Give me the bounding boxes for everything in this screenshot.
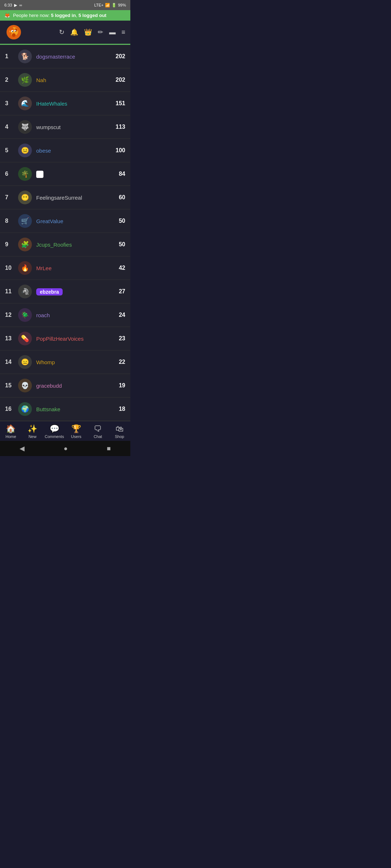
avatar: 🦓 (18, 285, 32, 298)
nav-item-users[interactable]: 🏆Users (67, 424, 85, 439)
rank-number: 8 (5, 218, 14, 224)
table-row[interactable]: 4🐺wumpscut113 (0, 115, 130, 139)
avatar: 🐺 (18, 120, 32, 134)
status-youtube-icon: ▶ (14, 3, 17, 8)
rank-number: 16 (5, 406, 14, 412)
table-row[interactable]: 11🦓ebzebra27 (0, 280, 130, 303)
rank-number: 12 (5, 312, 14, 318)
bell-icon[interactable]: 🔔 (70, 28, 78, 36)
username[interactable]: Whomp (36, 359, 104, 365)
table-row[interactable]: 7😶FeelingsareSurreal60 (0, 186, 130, 209)
rank-number: 6 (5, 171, 14, 177)
rank-number: 11 (5, 288, 14, 295)
score: 24 (108, 312, 125, 318)
svg-point-4 (12, 33, 16, 37)
rank-number: 14 (5, 359, 14, 365)
status-left: 6:33 ▶ ∞ (4, 3, 22, 8)
table-row[interactable]: 2🌿Nah202 (0, 68, 130, 92)
nav-item-shop[interactable]: 🛍Shop (110, 424, 129, 439)
rank-number: 4 (5, 124, 14, 130)
table-row[interactable]: 16🌍Buttsnake18 (0, 397, 130, 421)
username[interactable] (36, 171, 104, 177)
home-button[interactable]: ● (64, 445, 68, 452)
avatar: 🛒 (18, 214, 32, 228)
nav-label: Shop (115, 434, 124, 439)
score: 19 (108, 382, 125, 389)
score: 60 (108, 194, 125, 201)
avatar: 😑 (18, 355, 32, 369)
home-icon: 🏠 (6, 424, 16, 434)
table-row[interactable]: 13💊PopPillzHearVoices23 (0, 327, 130, 350)
new-icon: ✨ (28, 424, 37, 434)
avatar: 🔥 (18, 261, 32, 275)
username[interactable]: obese (36, 148, 104, 154)
username[interactable]: gracebudd (36, 383, 104, 389)
score: 42 (108, 265, 125, 271)
score: 50 (108, 241, 125, 248)
nav-item-home[interactable]: 🏠Home (1, 424, 20, 439)
avatar: 😐 (18, 144, 32, 157)
table-row[interactable]: 3🌊IHateWhales151 (0, 92, 130, 115)
nav-label: Users (71, 434, 81, 439)
score: 202 (108, 77, 125, 83)
screen-icon[interactable]: ▬ (109, 29, 115, 36)
table-row[interactable]: 5😐obese100 (0, 139, 130, 162)
status-bar: 6:33 ▶ ∞ LTE+ 📶 🔋 99% (0, 0, 130, 10)
username[interactable]: ebzebra (36, 289, 104, 295)
recents-button[interactable]: ■ (107, 445, 111, 452)
username[interactable]: FeelingsareSurreal (36, 195, 104, 201)
nav-item-new[interactable]: ✨New (23, 424, 42, 439)
shop-icon: 🛍 (115, 424, 123, 434)
score: 23 (108, 335, 125, 342)
table-row[interactable]: 6🌴84 (0, 162, 130, 186)
table-row[interactable]: 9🧩Jcups_Roofies50 (0, 233, 130, 256)
crown-icon[interactable]: 👑 (84, 28, 92, 36)
username[interactable]: IHateWhales (36, 101, 104, 107)
people-banner: 🦊 People here now: 5 logged in, 5 logged… (0, 10, 130, 21)
avatar: 🐕 (18, 50, 32, 63)
table-row[interactable]: 8🛒GreatValue50 (0, 209, 130, 233)
username[interactable]: wumpscut (36, 124, 104, 130)
pen-icon[interactable]: ✏ (98, 28, 103, 36)
username[interactable]: dogsmasterrace (36, 54, 104, 60)
score: 18 (108, 406, 125, 412)
header-icons: ↻ 🔔 👑 ✏ ▬ ≡ (59, 28, 125, 36)
nav-label: Home (5, 434, 16, 439)
username[interactable]: Buttsnake (36, 406, 104, 412)
refresh-icon[interactable]: ↻ (59, 28, 64, 36)
avatar: 🌊 (18, 97, 32, 110)
nav-item-chat[interactable]: 🗨Chat (88, 424, 107, 439)
score: 50 (108, 218, 125, 224)
rank-number: 5 (5, 147, 14, 154)
fox-icon: 🦊 (4, 13, 10, 18)
menu-icon[interactable]: ≡ (121, 29, 125, 36)
score: 27 (108, 288, 125, 295)
avatar: 😶 (18, 191, 32, 204)
status-signal-icon: 📶 (105, 3, 110, 8)
svg-point-5 (9, 32, 12, 35)
username[interactable]: Nah (36, 77, 104, 83)
table-row[interactable]: 15💀gracebudd19 (0, 374, 130, 397)
table-row[interactable]: 10🔥MrLee42 (0, 256, 130, 280)
table-row[interactable]: 14😑Whomp22 (0, 350, 130, 374)
site-logo (5, 24, 22, 41)
avatar: 🌴 (18, 167, 32, 181)
rank-number: 10 (5, 265, 14, 271)
avatar: 🧩 (18, 238, 32, 251)
username[interactable]: PopPillzHearVoices (36, 336, 104, 342)
table-row[interactable]: 1🐕dogsmasterrace202 (0, 45, 130, 68)
nav-label: New (29, 434, 37, 439)
avatar: 💊 (18, 332, 32, 345)
nav-label: Chat (94, 434, 102, 439)
username[interactable]: roach (36, 312, 104, 318)
nav-item-comments[interactable]: 💬Comments (45, 424, 64, 439)
back-button[interactable]: ◀ (20, 444, 25, 452)
leaderboard: 1🐕dogsmasterrace2022🌿Nah2023🌊IHateWhales… (0, 45, 130, 421)
status-voicemail-icon: ∞ (19, 3, 22, 7)
username[interactable]: Jcups_Roofies (36, 242, 104, 248)
app-header: ↻ 🔔 👑 ✏ ▬ ≡ (0, 21, 130, 45)
table-row[interactable]: 12🪲roach24 (0, 303, 130, 327)
username[interactable]: MrLee (36, 265, 104, 271)
username[interactable]: GreatValue (36, 218, 104, 224)
status-time: 6:33 (4, 3, 12, 7)
